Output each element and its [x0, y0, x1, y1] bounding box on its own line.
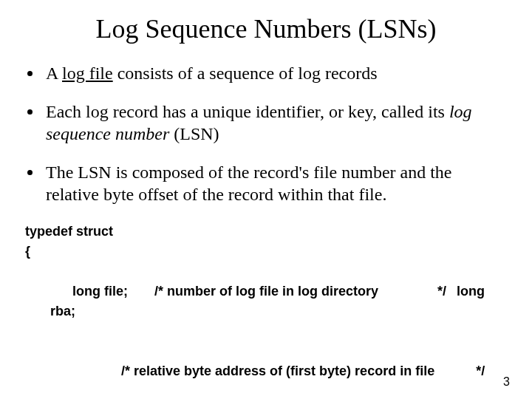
code-comment: /* relative byte address of (first byte)… [121, 364, 434, 378]
code-comment: /* number of log file in log directory [154, 284, 378, 299]
code-line: { [25, 242, 507, 262]
code-line: typedef struct [25, 222, 507, 242]
text: The LSN is composed of the record's file… [46, 163, 452, 204]
code-line: long file;/* number of log file in log d… [25, 262, 507, 341]
bullet-list: A log file consists of a sequence of log… [25, 62, 507, 205]
text: Each log record has a unique identifier,… [46, 102, 449, 121]
page-number: 3 [503, 375, 510, 389]
text: (LSN) [169, 124, 219, 143]
bullet-item-3: The LSN is composed of the record's file… [43, 161, 507, 205]
bullet-item-2: Each log record has a unique identifier,… [43, 100, 507, 145]
code-token: rba; [50, 304, 75, 318]
code-comment: */ [437, 284, 446, 299]
code-comment: */ [476, 364, 485, 378]
code-token: long [457, 284, 485, 299]
code-token: long file; [72, 284, 128, 299]
slide: Log Sequence Numbers (LSNs) A log file c… [0, 0, 532, 399]
text: consists of a sequence of log records [113, 64, 378, 83]
bullet-item-1: A log file consists of a sequence of log… [43, 62, 507, 84]
text: A [46, 64, 62, 83]
code-line: /* relative byte address of (first byte)… [25, 341, 507, 399]
code-block: typedef struct { long file;/* number of … [25, 222, 507, 399]
underlined-text: log file [62, 64, 113, 83]
page-title: Log Sequence Numbers (LSNs) [25, 13, 507, 44]
